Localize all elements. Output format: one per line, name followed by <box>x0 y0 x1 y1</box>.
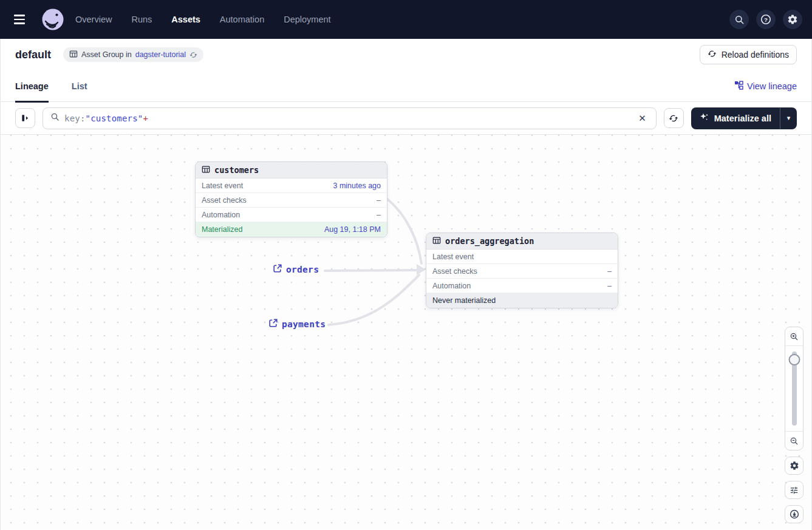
node-row-automation: Automation– <box>196 208 387 222</box>
external-asset-label: payments <box>282 319 326 329</box>
graph-filters-sliders-icon[interactable] <box>785 481 803 499</box>
nav-item-assets[interactable]: Assets <box>171 15 200 24</box>
external-link-icon <box>273 264 282 275</box>
top-navigation-bar: Overview Runs Assets Automation Deployme… <box>0 0 812 39</box>
node-row-latest-event: Latest event <box>426 250 618 264</box>
lineage-graph-icon <box>734 81 743 92</box>
materialize-all-button[interactable]: Materialize all <box>691 107 780 129</box>
asset-group-badge: Asset Group in dagster-tutorial <box>63 47 203 62</box>
view-lineage-label: View lineage <box>747 81 797 91</box>
query-value-token: "customers" <box>86 114 143 123</box>
node-row-materialized-status: MaterializedAug 19, 1:18 PM <box>196 222 387 237</box>
page-content: default Asset Group in dagster-tutorial … <box>0 39 812 530</box>
view-lineage-link[interactable]: View lineage <box>734 81 797 92</box>
node-row-latest-event: Latest event3 minutes ago <box>196 178 387 193</box>
materialized-date-link[interactable]: Aug 19, 1:18 PM <box>324 225 381 234</box>
nav-menu: Overview Runs Assets Automation Deployme… <box>75 15 331 24</box>
asset-name: orders_aggregation <box>445 236 534 246</box>
nav-item-runs[interactable]: Runs <box>131 15 152 24</box>
asset-node-orders-aggregation[interactable]: orders_aggregation Latest event Asset ch… <box>426 233 618 308</box>
lineage-toolbar: key:"customers"+ ✕ Materialize all ▾ <box>1 102 811 135</box>
lineage-graph-canvas[interactable]: customers Latest event3 minutes ago Asse… <box>1 135 811 529</box>
asset-group-icon <box>69 50 78 60</box>
page-header: default Asset Group in dagster-tutorial … <box>1 39 811 70</box>
query-key-token: key: <box>64 114 86 123</box>
asset-name: customers <box>214 165 259 175</box>
code-location-link[interactable]: dagster-tutorial <box>135 50 186 59</box>
recenter-download-icon[interactable] <box>785 505 803 523</box>
reload-definitions-label: Reload definitions <box>722 50 789 59</box>
reload-icon <box>708 49 717 60</box>
table-icon <box>202 165 210 175</box>
external-asset-orders[interactable]: orders <box>273 264 319 275</box>
node-row-asset-checks: Asset checks– <box>426 264 618 279</box>
reload-definitions-button[interactable]: Reload definitions <box>700 45 797 64</box>
zoom-slider[interactable] <box>785 346 803 431</box>
help-icon[interactable]: ? <box>756 10 776 29</box>
external-asset-payments[interactable]: payments <box>269 319 326 330</box>
lineage-edges <box>1 135 811 529</box>
query-operator-token: + <box>143 114 148 123</box>
svg-text:?: ? <box>764 16 768 23</box>
refresh-location-icon[interactable] <box>189 51 197 59</box>
nav-item-automation[interactable]: Automation <box>220 15 264 24</box>
nav-item-deployment[interactable]: Deployment <box>284 15 330 24</box>
search-icon[interactable] <box>729 10 749 29</box>
node-row-materialized-status: Never materialized <box>426 293 618 308</box>
node-row-automation: Automation– <box>426 279 618 293</box>
table-icon <box>432 236 441 246</box>
zoom-control <box>785 327 803 450</box>
tab-list[interactable]: List <box>72 70 87 102</box>
asset-search-input[interactable]: key:"customers"+ ✕ <box>43 107 657 129</box>
dagster-logo[interactable] <box>41 8 64 31</box>
expand-panel-button[interactable] <box>15 108 35 128</box>
gear-icon[interactable] <box>783 10 802 29</box>
external-link-icon <box>269 319 278 330</box>
refresh-graph-button[interactable] <box>664 108 684 128</box>
materialize-all-label: Materialize all <box>714 114 771 123</box>
latest-event-link[interactable]: 3 minutes ago <box>333 182 381 190</box>
external-asset-label: orders <box>286 265 319 274</box>
asset-node-customers[interactable]: customers Latest event3 minutes ago Asse… <box>195 161 387 237</box>
page-title: default <box>15 49 51 61</box>
zoom-slider-handle[interactable] <box>788 354 800 365</box>
materialize-options-caret[interactable]: ▾ <box>780 107 797 129</box>
zoom-out-icon[interactable] <box>785 432 803 450</box>
tabs-bar: Lineage List View lineage <box>1 70 811 102</box>
clear-search-icon[interactable]: ✕ <box>636 112 649 125</box>
graph-view-controls <box>785 327 803 523</box>
graph-settings-gear-icon[interactable] <box>785 457 803 475</box>
asset-group-badge-text: Asset Group in <box>81 50 132 59</box>
nav-item-overview[interactable]: Overview <box>75 15 112 24</box>
tab-lineage[interactable]: Lineage <box>15 70 49 102</box>
zoom-in-icon[interactable] <box>785 327 803 345</box>
node-row-asset-checks: Asset checks– <box>196 193 387 208</box>
materialize-all-split-button: Materialize all ▾ <box>691 107 797 129</box>
hamburger-menu-icon[interactable] <box>12 10 32 29</box>
search-icon <box>50 112 60 124</box>
sparkle-icon <box>700 112 709 124</box>
